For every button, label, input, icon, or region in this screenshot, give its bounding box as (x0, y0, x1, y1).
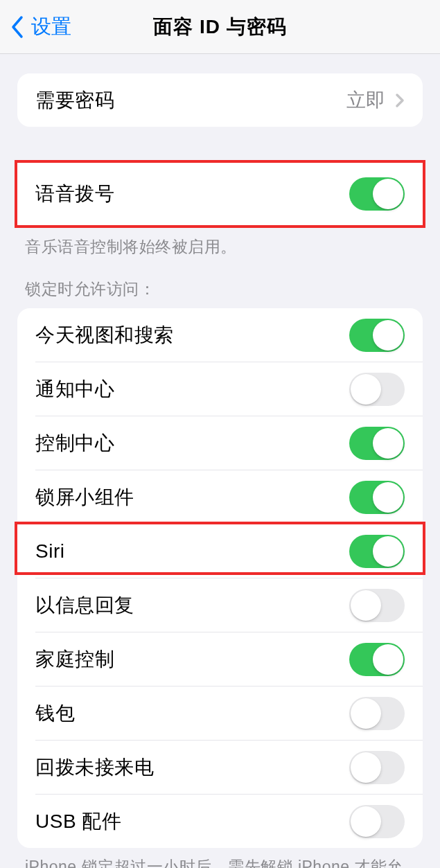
back-button[interactable]: 设置 (0, 13, 71, 41)
access-toggle-5[interactable] (349, 589, 405, 622)
voice-dial-row: 语音拨号 (17, 163, 423, 225)
access-label: 家庭控制 (35, 646, 114, 673)
access-label: Siri (35, 540, 64, 563)
access-row-1: 通知中心 (17, 362, 423, 416)
access-toggle-3[interactable] (349, 481, 405, 514)
allow-access-footer: iPhone 锁定超过一小时后，需先解锁 iPhone 才能允许 USB 配件连… (0, 848, 440, 868)
voice-dial-toggle[interactable] (349, 177, 405, 211)
chevron-right-icon (395, 93, 405, 108)
access-row-0: 今天视图和搜索 (17, 308, 423, 362)
access-label: 今天视图和搜索 (35, 322, 174, 348)
access-toggle-6[interactable] (349, 643, 405, 676)
access-row-2: 控制中心 (17, 416, 423, 470)
back-label: 设置 (31, 13, 71, 41)
chevron-left-icon (10, 15, 25, 39)
access-toggle-7[interactable] (349, 697, 405, 730)
access-row-8: 回拨未接来电 (17, 741, 423, 794)
access-label: 回拨未接来电 (35, 754, 154, 781)
allow-access-group: 今天视图和搜索通知中心控制中心锁屏小组件Siri以信息回复家庭控制钱包回拨未接来… (17, 308, 423, 848)
access-label: USB 配件 (35, 808, 121, 835)
access-toggle-4[interactable] (349, 535, 405, 568)
access-row-6: 家庭控制 (17, 632, 423, 686)
access-row-4: Siri (17, 524, 423, 578)
voice-dial-label: 语音拨号 (35, 181, 114, 207)
voice-dial-footer: 音乐语音控制将始终被启用。 (0, 228, 440, 258)
navigation-bar: 设置 面容 ID 与密码 (0, 0, 440, 54)
access-toggle-9[interactable] (349, 805, 405, 838)
access-row-3: 锁屏小组件 (17, 470, 423, 524)
access-toggle-0[interactable] (349, 319, 405, 352)
voice-dial-highlight: 语音拨号 (15, 160, 425, 228)
access-label: 通知中心 (35, 376, 114, 402)
require-passcode-value: 立即 (346, 87, 385, 114)
require-passcode-label: 需要密码 (35, 87, 114, 114)
page-title: 面容 ID 与密码 (153, 14, 287, 40)
access-label: 钱包 (35, 700, 75, 727)
access-row-5: 以信息回复 (17, 578, 423, 632)
access-label: 控制中心 (35, 430, 114, 457)
require-passcode-group: 需要密码 立即 (17, 73, 423, 127)
access-label: 以信息回复 (35, 592, 134, 619)
access-row-7: 钱包 (17, 687, 423, 740)
access-toggle-2[interactable] (349, 427, 405, 460)
access-toggle-1[interactable] (349, 373, 405, 406)
access-toggle-8[interactable] (349, 751, 405, 784)
allow-access-header: 锁定时允许访问： (0, 278, 440, 308)
access-row-9: USB 配件 (17, 795, 423, 848)
require-passcode-row[interactable]: 需要密码 立即 (17, 73, 423, 127)
access-label: 锁屏小组件 (35, 484, 134, 511)
